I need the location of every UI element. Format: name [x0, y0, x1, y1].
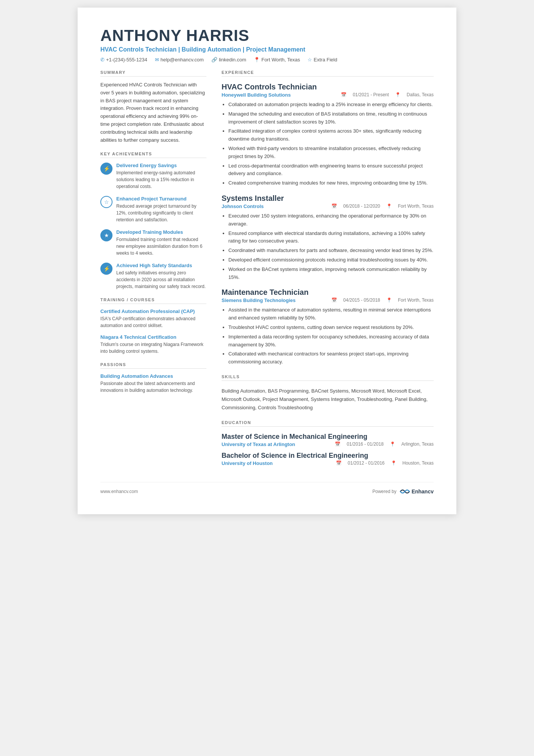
training-item: Niagara 4 Technical Certification Tridiu… — [100, 334, 206, 355]
job-bullets: Assisted in the maintenance of automatio… — [222, 306, 434, 366]
passion-desc: Passionate about the latest advancements… — [100, 380, 206, 394]
achievement-desc: Led safety initiatives ensuring zero acc… — [116, 269, 206, 290]
edu-degree: Bachelor of Science in Electrical Engine… — [222, 452, 434, 460]
bullet-item: Implemented a data recording system for … — [228, 333, 434, 349]
calendar-icon: 📅 — [341, 92, 347, 97]
star-icon: ☆ — [308, 57, 312, 63]
bullet-item: Executed over 150 system integrations, e… — [228, 212, 434, 228]
job-meta-row: Siemens Building Technologies 📅 04/2015 … — [222, 297, 434, 303]
left-column: SUMMARY Experienced HVAC Controls Techni… — [100, 70, 206, 471]
enhancv-icon — [399, 488, 410, 495]
bullet-item: Coordinated with manufacturers for parts… — [228, 247, 434, 255]
passion-title: Building Automation Advances — [100, 373, 206, 379]
job-bullets: Executed over 150 system integrations, e… — [222, 212, 434, 281]
job-company: Siemens Building Technologies — [222, 297, 296, 303]
job-title: Systems Installer — [222, 194, 434, 203]
extra-contact: ☆ Extra Field — [308, 57, 337, 63]
job-location: Fort Worth, Texas — [398, 203, 434, 209]
footer-website: www.enhancv.com — [100, 489, 138, 494]
experience-header: EXPERIENCE — [222, 70, 434, 77]
email-contact: ✉ help@enhancv.com — [155, 57, 204, 63]
candidate-name: ANTHONY HARRIS — [100, 27, 434, 45]
candidate-title: HVAC Controls Technician | Building Auto… — [100, 46, 434, 53]
main-layout: SUMMARY Experienced HVAC Controls Techni… — [100, 70, 434, 471]
bullet-item: Created comprehensive training modules f… — [228, 179, 434, 187]
job-date: 01/2021 - Present — [353, 92, 389, 97]
calendar-icon: 📅 — [331, 297, 337, 303]
job-entry: Maintenance Technician Siemens Building … — [222, 288, 434, 366]
achievements-list: ⚡ Delivered Energy Savings Implemented e… — [100, 163, 206, 290]
training-item: Certified Automation Professional (CAP) … — [100, 308, 206, 329]
training-desc: ISA's CAP certification demonstrates adv… — [100, 315, 206, 329]
edu-meta-row: University of Houston 📅 01/2012 - 01/201… — [222, 460, 434, 466]
summary-header: SUMMARY — [100, 70, 206, 77]
bullet-item: Collaborated on automation projects lead… — [228, 101, 434, 109]
passion-item: Building Automation Advances Passionate … — [100, 373, 206, 394]
job-location: Fort Worth, Texas — [398, 297, 434, 303]
achievement-item: ⚡ Achieved High Safety Standards Led saf… — [100, 263, 206, 290]
summary-text: Experienced HVAC Controls Technician wit… — [100, 81, 206, 144]
job-title: Maintenance Technician — [222, 288, 434, 297]
edu-date: 01/2016 - 01/2018 — [347, 441, 383, 447]
footer: www.enhancv.com Powered by Enhancv — [100, 482, 434, 495]
bullet-item: Troubleshot HVAC control systems, cuttin… — [228, 324, 434, 332]
achievement-desc: Implemented energy-saving automated solu… — [116, 169, 206, 190]
phone-contact: ✆ +1-(234)-555-1234 — [100, 57, 147, 63]
edu-location: Houston, Texas — [403, 460, 434, 466]
edu-meta: 📅 01/2016 - 01/2018 📍 Arlington, Texas — [335, 441, 434, 447]
edu-meta: 📅 01/2012 - 01/2016 📍 Houston, Texas — [336, 460, 434, 466]
job-company: Johnson Controls — [222, 203, 264, 209]
skills-text: Building Automation, BAS Programming, BA… — [222, 387, 434, 412]
calendar-icon: 📅 — [336, 460, 342, 466]
bullet-item: Led cross-departmental coordination with… — [228, 162, 434, 178]
location-icon: 📍 — [254, 57, 260, 63]
edu-school: University of Texas at Arlington — [222, 441, 295, 447]
location-icon: 📍 — [386, 203, 392, 209]
link-icon: 🔗 — [211, 57, 217, 63]
achievement-title: Achieved High Safety Standards — [116, 263, 206, 268]
email-icon: ✉ — [155, 57, 159, 63]
job-entry: Systems Installer Johnson Controls 📅 06/… — [222, 194, 434, 281]
bullet-item: Assisted in the maintenance of automatio… — [228, 306, 434, 322]
location-icon: 📍 — [395, 92, 401, 97]
job-date: 04/2015 - 05/2018 — [343, 297, 380, 303]
achievement-icon: ⚡ — [100, 163, 112, 175]
bullet-item: Developed efficient commissioning protoc… — [228, 256, 434, 264]
training-title: Niagara 4 Technical Certification — [100, 334, 206, 340]
job-bullets: Collaborated on automation projects lead… — [222, 101, 434, 187]
job-meta-row: Honeywell Building Solutions 📅 01/2021 -… — [222, 92, 434, 98]
job-title: HVAC Controls Technician — [222, 83, 434, 91]
job-meta: 📅 06/2018 - 12/2020 📍 Fort Worth, Texas — [331, 203, 434, 209]
achievement-icon: ★ — [100, 229, 112, 241]
achievements-header: KEY ACHIEVEMENTS — [100, 152, 206, 158]
edu-school: University of Houston — [222, 460, 273, 466]
edu-degree: Master of Science in Mechanical Engineer… — [222, 433, 434, 441]
education-entry: Bachelor of Science in Electrical Engine… — [222, 452, 434, 466]
calendar-icon: 📅 — [331, 203, 337, 209]
contact-info: ✆ +1-(234)-555-1234 ✉ help@enhancv.com 🔗… — [100, 57, 434, 63]
passions-header: PASSIONS — [100, 362, 206, 369]
achievement-item: ☆ Enhanced Project Turnaround Reduced av… — [100, 196, 206, 223]
bullet-item: Managed the scheduling and execution of … — [228, 110, 434, 126]
bullet-item: Ensured compliance with electrical stand… — [228, 230, 434, 246]
job-meta-row: Johnson Controls 📅 06/2018 - 12/2020 📍 F… — [222, 203, 434, 209]
achievement-icon: ⚡ — [100, 263, 112, 275]
achievement-item: ⚡ Delivered Energy Savings Implemented e… — [100, 163, 206, 190]
job-meta: 📅 04/2015 - 05/2018 📍 Fort Worth, Texas — [331, 297, 434, 303]
training-desc: Tridium's course on integrating Niagara … — [100, 341, 206, 355]
achievement-title: Enhanced Project Turnaround — [116, 196, 206, 202]
header: ANTHONY HARRIS HVAC Controls Technician … — [100, 27, 434, 63]
training-header: TRAINING / COURSES — [100, 297, 206, 304]
job-entry: HVAC Controls Technician Honeywell Build… — [222, 83, 434, 187]
edu-date: 01/2012 - 01/2016 — [348, 460, 384, 466]
enhancv-logo: Enhancv — [399, 488, 434, 495]
calendar-icon: 📅 — [335, 441, 340, 447]
location-icon: 📍 — [386, 297, 392, 303]
linkedin-contact: 🔗 linkedin.com — [211, 57, 246, 63]
phone-icon: ✆ — [100, 57, 105, 63]
job-meta: 📅 01/2021 - Present 📍 Dallas, Texas — [341, 92, 434, 97]
job-location: Dallas, Texas — [407, 92, 434, 97]
achievement-item: ★ Developed Training Modules Formulated … — [100, 229, 206, 257]
training-list: Certified Automation Professional (CAP) … — [100, 308, 206, 355]
bullet-item: Worked with third-party vendors to strea… — [228, 145, 434, 161]
